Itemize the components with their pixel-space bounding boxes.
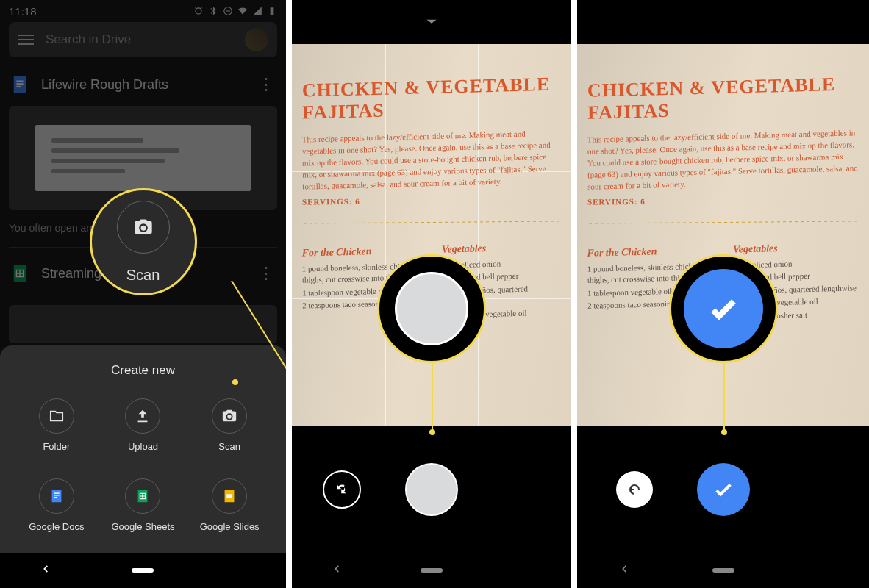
retake-button[interactable] <box>616 471 653 508</box>
nav-back[interactable] <box>332 564 342 577</box>
svg-rect-12 <box>51 490 61 503</box>
recipe-servings: SERVINGS: 6 <box>302 196 561 207</box>
nav-home[interactable] <box>132 568 154 573</box>
svg-rect-15 <box>54 497 57 498</box>
nav-home[interactable] <box>712 568 734 573</box>
more-icon[interactable]: ⋮ <box>258 75 274 94</box>
callout-line <box>723 363 725 431</box>
recipe-body: This recipe appeals to the lazy/efficien… <box>302 127 562 193</box>
svg-rect-1 <box>226 10 230 11</box>
docs-icon <box>12 75 28 94</box>
svg-rect-14 <box>54 495 59 495</box>
flip-icon <box>332 480 351 499</box>
create-label: Folder <box>43 441 70 452</box>
section-veg: Vegetables <box>442 241 561 256</box>
confirm-big <box>684 269 763 348</box>
camera-icon <box>133 217 154 237</box>
confirm-highlight <box>669 254 778 363</box>
section-chicken: For the Chicken <box>302 245 421 259</box>
screen-review: CHICKEN & VEGETABLEFAJITAS This recipe a… <box>577 0 869 588</box>
dot-divider <box>302 220 561 225</box>
svg-rect-6 <box>16 83 23 85</box>
file-name: Lifewire Rough Drafts <box>41 77 245 93</box>
alarm-icon <box>193 6 204 16</box>
nav-back[interactable] <box>619 564 629 577</box>
create-label: Google Sheets <box>111 521 174 532</box>
scan-handle[interactable] <box>292 0 571 44</box>
shutter-button[interactable] <box>405 463 458 516</box>
recipe-title: CHICKEN & VEGETABLEFAJITAS <box>587 73 859 123</box>
nav-bar <box>0 553 286 588</box>
avatar[interactable] <box>245 28 268 51</box>
svg-rect-5 <box>16 81 23 82</box>
docs-icon <box>49 488 65 504</box>
svg-rect-13 <box>54 492 59 493</box>
review-controls <box>577 426 869 553</box>
create-label: Scan <box>218 441 240 452</box>
svg-rect-7 <box>16 86 21 87</box>
status-icons <box>193 6 277 16</box>
callout-dot <box>429 429 435 435</box>
upload-icon <box>135 408 151 424</box>
check-icon <box>712 478 735 501</box>
recipe-servings: SERVINGS: 6 <box>587 196 859 207</box>
callout-dot <box>721 429 727 435</box>
dnd-icon <box>223 6 233 16</box>
scan-highlight-label: Scan <box>126 267 160 284</box>
callout-dot <box>232 379 238 385</box>
nav-back[interactable] <box>40 564 51 577</box>
create-scan[interactable]: Scan <box>186 398 273 452</box>
nav-bar <box>577 553 869 588</box>
search-bar[interactable]: Search in Drive <box>9 22 277 57</box>
shutter-highlight <box>377 254 486 363</box>
status-bar: 11:18 <box>0 0 286 22</box>
file-preview[interactable] <box>9 305 277 343</box>
wifi-icon <box>237 6 248 16</box>
nav-bar <box>292 553 571 588</box>
create-label: Upload <box>128 441 158 452</box>
nav-home[interactable] <box>421 568 443 573</box>
shutter-big <box>395 272 468 345</box>
confirm-button[interactable] <box>697 463 750 516</box>
create-label: Google Docs <box>29 521 84 532</box>
scan-highlight: Scan <box>90 188 197 295</box>
check-icon <box>706 291 741 326</box>
undo-icon <box>626 481 643 498</box>
battery-icon <box>267 6 277 16</box>
screen-capture: CHICKEN & VEGETABLEFAJITAS This recipe a… <box>286 0 577 588</box>
search-placeholder: Search in Drive <box>46 32 233 47</box>
create-folder[interactable]: Folder <box>13 398 100 452</box>
svg-rect-3 <box>271 7 273 7</box>
create-label: Google Slides <box>200 521 260 532</box>
svg-rect-2 <box>271 7 274 15</box>
scan-highlight-circle <box>117 201 170 254</box>
create-sheet: Create new Folder Upload Scan Google Doc… <box>0 345 286 553</box>
camera-icon <box>221 408 237 424</box>
create-sheets[interactable]: Google Sheets <box>100 478 187 532</box>
recipe-body: This recipe appeals to the lazy/efficien… <box>587 127 859 193</box>
section-veg: Vegetables <box>733 241 859 256</box>
create-docs[interactable]: Google Docs <box>13 478 100 532</box>
flip-camera-button[interactable] <box>323 470 361 509</box>
more-icon[interactable]: ⋮ <box>258 264 274 283</box>
dot-divider <box>587 220 859 225</box>
create-title: Create new <box>0 363 286 378</box>
screen-drive: 11:18 Search in Drive Lifewire Rough Dra… <box>0 0 286 588</box>
status-time: 11:18 <box>9 5 37 18</box>
create-slides[interactable]: Google Slides <box>186 478 273 532</box>
section-chicken: For the Chicken <box>587 245 712 259</box>
slides-icon <box>221 488 237 504</box>
chevron-down-icon <box>424 18 439 26</box>
sheets-icon <box>135 488 151 504</box>
capture-controls <box>292 426 571 553</box>
menu-icon[interactable] <box>18 35 34 45</box>
svg-rect-21 <box>226 494 232 498</box>
callout-line <box>432 363 433 431</box>
file-row[interactable]: Lifewire Rough Drafts ⋮ <box>9 71 277 98</box>
create-upload[interactable]: Upload <box>100 398 187 452</box>
folder-icon <box>49 408 65 424</box>
signal-icon <box>252 6 262 16</box>
recipe-title: CHICKEN & VEGETABLEFAJITAS <box>302 73 561 123</box>
bluetooth-icon <box>208 6 218 16</box>
sheets-icon <box>12 264 28 283</box>
